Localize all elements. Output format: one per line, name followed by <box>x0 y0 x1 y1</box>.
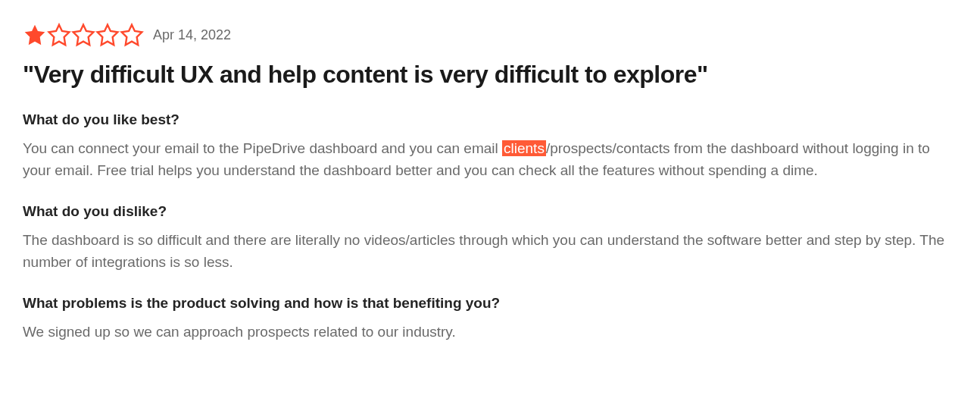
review-section: What problems is the product solving and… <box>23 295 957 343</box>
review-date: Apr 14, 2022 <box>153 27 231 43</box>
star-rating <box>23 23 144 47</box>
star-icon <box>23 23 47 47</box>
star-icon <box>95 23 120 47</box>
review-container: Apr 14, 2022 "Very difficult UX and help… <box>23 23 957 343</box>
review-section: What do you like best? You can connect y… <box>23 111 957 182</box>
answer-text: You can connect your email to the PipeDr… <box>23 140 502 156</box>
section-question: What do you dislike? <box>23 203 957 220</box>
star-icon <box>71 23 95 47</box>
section-question: What do you like best? <box>23 111 957 128</box>
answer-text: The dashboard is so difficult and there … <box>23 232 944 270</box>
section-answer: We signed up so we can approach prospect… <box>23 321 957 343</box>
section-answer: The dashboard is so difficult and there … <box>23 229 957 274</box>
review-header: Apr 14, 2022 <box>23 23 957 47</box>
highlighted-term: clients <box>502 140 546 156</box>
answer-text: We signed up so we can approach prospect… <box>23 324 456 340</box>
star-icon <box>47 23 71 47</box>
section-question: What problems is the product solving and… <box>23 295 957 312</box>
star-icon <box>120 23 144 47</box>
section-answer: You can connect your email to the PipeDr… <box>23 137 957 182</box>
review-section: What do you dislike? The dashboard is so… <box>23 203 957 274</box>
review-title: "Very difficult UX and help content is v… <box>23 61 957 89</box>
